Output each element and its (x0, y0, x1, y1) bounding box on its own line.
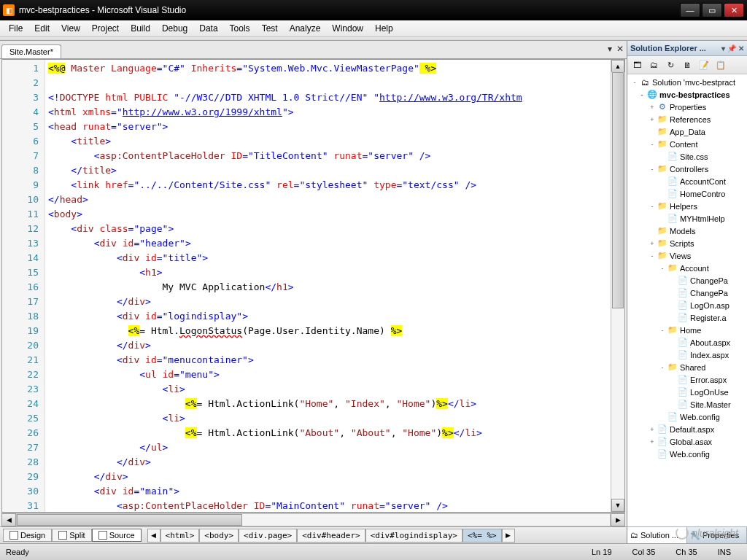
tab-close-icon[interactable]: ✕ (616, 44, 624, 54)
solution-tree[interactable]: -🗂Solution 'mvc-bestpract -🌐mvc-bestprac… (627, 74, 747, 526)
tree-item[interactable]: -📁Home (627, 324, 747, 336)
tree-item[interactable]: 📄LogOnUse (627, 386, 747, 398)
close-button[interactable]: ✕ (724, 3, 744, 18)
crumb-expression[interactable]: <%= %> (462, 529, 502, 542)
menu-data[interactable]: Data (193, 22, 223, 35)
breadcrumb-prev-icon[interactable]: ◀ (147, 529, 160, 542)
maximize-button[interactable]: ▭ (702, 3, 722, 18)
menu-window[interactable]: Window (326, 22, 369, 35)
properties-icon[interactable]: 🗔 (630, 58, 644, 72)
menu-tools[interactable]: Tools (224, 22, 256, 35)
solution-node[interactable]: Solution 'mvc-bestpract (652, 78, 735, 87)
tree-item[interactable]: 📄Site.css (627, 150, 747, 163)
titlebar: ◧ mvc-bestpractices - Microsoft Visual S… (0, 0, 747, 20)
status-ready: Ready (6, 548, 29, 556)
statusbar: Ready Ln 19 Col 35 Ch 35 INS (0, 543, 747, 560)
panel-dropdown-icon[interactable]: ▾ (721, 44, 725, 52)
tree-item[interactable]: -📁Helpers (627, 200, 747, 212)
tree-item[interactable]: 📁Models (627, 225, 747, 237)
crumb-div-page[interactable]: <div.page> (239, 529, 297, 542)
crumb-html[interactable]: <html> (160, 529, 200, 542)
tree-item[interactable]: 📄MYHtmlHelp (627, 212, 747, 225)
tab-site-master[interactable]: Site.Master* (1, 44, 61, 58)
panel-close-icon[interactable]: ✕ (738, 44, 744, 52)
tab-label: Site.Master* (9, 47, 53, 56)
horizontal-scrollbar[interactable]: ◀▶ (1, 513, 625, 526)
menu-edit[interactable]: Edit (28, 22, 55, 35)
code-area[interactable]: <%@ Master Language="C#" Inherits="Syste… (45, 60, 611, 512)
vertical-scrollbar[interactable]: ▲ ▼ (611, 60, 624, 512)
element-breadcrumb: ◀ <html> <body> <div.page> <div#header> … (147, 529, 515, 542)
menu-test[interactable]: Test (256, 22, 284, 35)
tree-item[interactable]: -📁Content (627, 138, 747, 150)
tree-item[interactable]: 📄HomeContro (627, 187, 747, 200)
panel-title: Solution Explorer ... (630, 44, 706, 52)
view-code-icon[interactable]: 📝 (697, 58, 711, 72)
menu-analyze[interactable]: Analyze (284, 22, 327, 35)
explorer-toolbar: 🗔 🗂 ↻ 🗎 📝 📋 (627, 56, 747, 74)
status-line: Ln 19 (581, 548, 622, 556)
breadcrumb-next-icon[interactable]: ▶ (502, 529, 515, 542)
tree-item[interactable]: -📁Controllers (627, 163, 747, 175)
tree-item[interactable]: 📄Web.config (627, 411, 747, 423)
window-title: mvc-bestpractices - Microsoft Visual Stu… (19, 5, 680, 15)
copy-icon[interactable]: 📋 (713, 58, 728, 72)
panel-pin-icon[interactable]: 📌 (727, 44, 736, 52)
tree-item[interactable]: 📄ChangePa (627, 274, 747, 287)
tree-item[interactable]: +📄Default.aspx (627, 423, 747, 435)
tree-item[interactable]: +⚙Properties (627, 101, 747, 113)
pluralsight-logo: pluralsight (676, 526, 738, 540)
tree-item[interactable]: 📄Register.a (627, 311, 747, 324)
tree-item[interactable]: 📄Web.config (627, 448, 747, 460)
tree-item[interactable]: 📄AccountCont (627, 175, 747, 187)
tree-item[interactable]: +📄Global.asax (627, 435, 747, 448)
crumb-div-header[interactable]: <div#header> (297, 529, 365, 542)
tree-item[interactable]: 📄Error.aspx (627, 373, 747, 386)
menu-view[interactable]: View (55, 22, 86, 35)
menu-file[interactable]: File (3, 22, 28, 35)
tree-item[interactable]: 📁App_Data (627, 125, 747, 138)
project-node[interactable]: mvc-bestpractices (659, 90, 730, 99)
solution-explorer-panel: Solution Explorer ... ▾📌✕ 🗔 🗂 ↻ 🗎 📝 📋 -🗂… (627, 41, 747, 543)
document-tabs: Site.Master* ▾ ✕ (0, 41, 627, 59)
view-bar: Design Split Source ◀ <html> <body> <div… (0, 526, 627, 543)
tree-item[interactable]: 📄Index.aspx (627, 349, 747, 361)
menubar: File Edit View Project Build Debug Data … (0, 20, 747, 37)
split-view-button[interactable]: Split (52, 529, 91, 542)
crumb-div-logindisplay[interactable]: <div#logindisplay> (365, 529, 462, 542)
refresh-icon[interactable]: ↻ (663, 58, 678, 72)
source-view-button[interactable]: Source (92, 529, 142, 542)
menu-project[interactable]: Project (86, 22, 125, 35)
menu-help[interactable]: Help (369, 22, 399, 35)
tree-item[interactable]: +📁Scripts (627, 237, 747, 249)
code-editor[interactable]: 1234567891011121314151617181920212223242… (1, 59, 625, 513)
line-gutter: 1234567891011121314151617181920212223242… (2, 60, 45, 512)
design-view-button[interactable]: Design (3, 529, 52, 542)
menu-debug[interactable]: Debug (156, 22, 193, 35)
show-all-icon[interactable]: 🗂 (646, 58, 661, 72)
status-ins: INS (708, 548, 741, 556)
tree-item[interactable]: -📁Shared (627, 361, 747, 373)
tree-item[interactable]: 📄LogOn.asp (627, 299, 747, 311)
tree-item[interactable]: -📁Views (627, 249, 747, 262)
tree-item[interactable]: -📁Account (627, 262, 747, 274)
minimize-button[interactable]: — (680, 3, 700, 18)
tab-dropdown-icon[interactable]: ▾ (608, 44, 612, 54)
tree-item[interactable]: 📄ChangePa (627, 287, 747, 299)
tree-item[interactable]: 📄Site.Master (627, 398, 747, 411)
tree-item[interactable]: 📄About.aspx (627, 336, 747, 349)
crumb-body[interactable]: <body> (199, 529, 239, 542)
nest-icon[interactable]: 🗎 (680, 58, 694, 72)
tree-item[interactable]: +📁References (627, 113, 747, 125)
status-col: Col 35 (622, 548, 666, 556)
status-ch: Ch 35 (665, 548, 707, 556)
menu-build[interactable]: Build (125, 22, 156, 35)
app-icon: ◧ (3, 4, 15, 16)
